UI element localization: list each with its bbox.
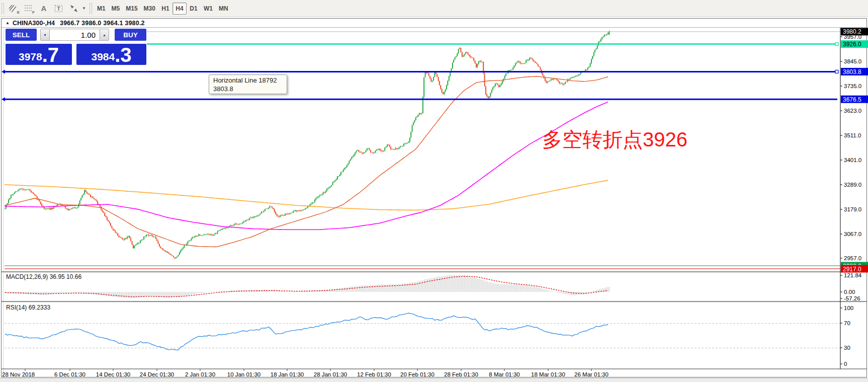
rsi-indicator-label: RSI(14) 69.2333 [6, 304, 50, 311]
arrows-dropdown-icon[interactable]: ▼ [82, 6, 86, 11]
timeframe-button-h4[interactable]: H4 [172, 3, 187, 15]
text-label-icon[interactable]: T [51, 2, 66, 15]
svg-text:2 Jan 01:30: 2 Jan 01:30 [185, 371, 215, 377]
volume-increase-button[interactable]: ▲ [100, 29, 109, 41]
volume-input[interactable] [50, 29, 100, 41]
svg-text:30: 30 [844, 345, 850, 351]
line-left-arrow-icon [2, 69, 5, 73]
sell-price-int: 3978 [19, 51, 42, 63]
svg-text:3803.8: 3803.8 [843, 68, 861, 75]
symbol-period-label: CHINA300-,H4 [13, 20, 55, 27]
svg-text:-57.26: -57.26 [844, 295, 860, 301]
timeframe-button-d1[interactable]: D1 [187, 3, 201, 15]
svg-text:20 Feb 01:30: 20 Feb 01:30 [400, 371, 435, 377]
tooltip-line1: Horizontal Line 18792 [213, 76, 283, 85]
svg-text:2917.0: 2917.0 [843, 266, 861, 273]
main-toolbar: E F A T ▼ M1M5M15M30H1H4D1W1MN [0, 0, 868, 17]
volume-decrease-button[interactable]: ▼ [40, 29, 50, 41]
line-handle [835, 70, 838, 73]
tooltip-line2: 3803.8 [213, 85, 283, 93]
arrows-icon[interactable] [66, 2, 81, 15]
svg-text:12 Feb 01:30: 12 Feb 01:30 [357, 371, 391, 377]
timeframe-bar: M1M5M15M30H1H4D1W1MN [94, 3, 231, 15]
svg-text:3676.5: 3676.5 [843, 96, 861, 103]
svg-text:3980.2: 3980.2 [843, 28, 861, 35]
timeframe-button-m5[interactable]: M5 [109, 3, 123, 15]
status-strip [0, 378, 868, 382]
svg-text:18 Mar 01:30: 18 Mar 01:30 [531, 371, 565, 377]
svg-text:3289.0: 3289.0 [844, 182, 861, 188]
svg-text:14 Dec 01:30: 14 Dec 01:30 [96, 371, 130, 377]
fibonacci-icon[interactable]: F [21, 2, 36, 15]
svg-text:28 Jan 01:30: 28 Jan 01:30 [314, 371, 348, 377]
timeframe-grip[interactable] [90, 3, 92, 14]
equidistant-channel-icon[interactable]: E [6, 2, 21, 15]
svg-text:28 Nov 2018: 28 Nov 2018 [2, 371, 35, 377]
svg-text:3623.0: 3623.0 [844, 108, 861, 114]
svg-text:24 Dec 01:30: 24 Dec 01:30 [140, 371, 174, 377]
svg-text:121.84: 121.84 [844, 272, 862, 278]
chart-title-bar: ▲ CHINA300-,H4 3966.7 3986.0 3964.1 3980… [2, 19, 866, 28]
text-icon[interactable]: A [36, 2, 51, 15]
hline-tooltip: Horizontal Line 18792 3803.8 [209, 74, 287, 94]
svg-text:3401.0: 3401.0 [844, 157, 861, 163]
sell-button[interactable]: SELL [6, 29, 37, 41]
sell-price-box[interactable]: 3978 .7 [6, 44, 72, 65]
svg-text:0.00: 0.00 [844, 289, 855, 295]
buy-button[interactable]: BUY [115, 29, 146, 41]
svg-text:2957.0: 2957.0 [844, 255, 861, 261]
line-left-arrow-icon [2, 97, 5, 101]
svg-text:28 Feb 01:30: 28 Feb 01:30 [444, 371, 478, 377]
rsi-line [5, 313, 608, 350]
svg-text:70: 70 [844, 320, 850, 326]
svg-text:3511.0: 3511.0 [844, 132, 861, 138]
toolbar-grip[interactable] [2, 3, 4, 14]
svg-text:3067.0: 3067.0 [844, 231, 861, 237]
buy-price-box[interactable]: 3984 .3 [76, 44, 146, 65]
svg-text:3926.0: 3926.0 [843, 41, 861, 48]
svg-text:10 Jan 01:30: 10 Jan 01:30 [227, 371, 261, 377]
svg-text:3179.0: 3179.0 [844, 206, 861, 212]
buy-price-int: 3984 [91, 51, 115, 63]
svg-text:18 Jan 01:30: 18 Jan 01:30 [271, 371, 304, 377]
timeframe-button-m1[interactable]: M1 [94, 3, 109, 15]
collapse-icon[interactable]: ▲ [6, 21, 10, 25]
svg-text:0: 0 [844, 361, 847, 367]
svg-text:6 Dec 01:30: 6 Dec 01:30 [54, 371, 85, 377]
chart-text-annotation: 多空转折点3926 [542, 126, 723, 154]
svg-text:26 Mar 01:30: 26 Mar 01:30 [574, 371, 609, 377]
macd-indicator-label: MACD(12,26,9) 36.95 10.66 [6, 273, 81, 280]
svg-text:T: T [57, 6, 60, 12]
line-handle [835, 43, 838, 46]
one-click-trade-panel: SELL ▼ ▲ BUY 3978 .7 3984 .3 [5, 28, 147, 65]
svg-text:3735.0: 3735.0 [844, 83, 861, 89]
timeframe-button-mn[interactable]: MN [216, 3, 231, 15]
timeframe-button-w1[interactable]: W1 [201, 3, 216, 15]
svg-text:3845.0: 3845.0 [844, 58, 861, 64]
svg-text:8 Mar 01:30: 8 Mar 01:30 [489, 371, 519, 377]
ohlc-values: 3966.7 3986.0 3964.1 3980.2 [60, 20, 145, 27]
timeframe-button-m30[interactable]: M30 [141, 3, 158, 15]
svg-text:100: 100 [844, 305, 853, 311]
timeframe-button-h1[interactable]: H1 [158, 3, 172, 15]
timeframe-button-m15[interactable]: M15 [123, 3, 140, 15]
buy-price-dec: .3 [115, 46, 131, 63]
sell-price-dec: .7 [42, 46, 59, 63]
